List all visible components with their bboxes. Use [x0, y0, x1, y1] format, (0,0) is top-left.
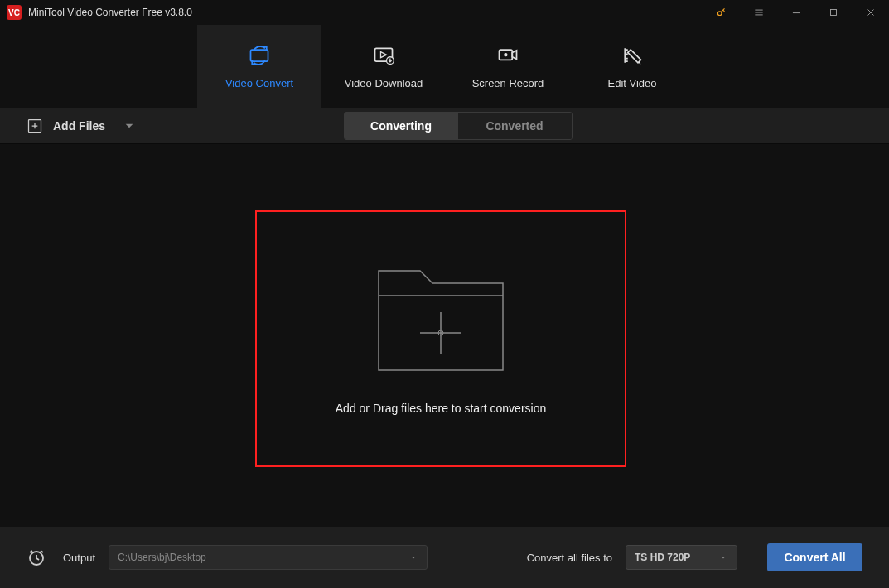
- alarm-icon[interactable]: [27, 547, 46, 567]
- titlebar-right: [703, 0, 889, 25]
- tab-video-download[interactable]: Video Download: [321, 25, 446, 108]
- svg-rect-1: [830, 10, 836, 16]
- maximize-button[interactable]: [814, 0, 852, 25]
- svg-point-6: [504, 52, 507, 55]
- titlebar: VC MiniTool Video Converter Free v3.8.0: [0, 0, 889, 25]
- key-button[interactable]: [703, 0, 740, 25]
- tab-label: Video Convert: [225, 77, 293, 89]
- nav-tabs: Video Convert Video Download Screen Reco…: [0, 25, 889, 108]
- hamburger-icon: [753, 7, 765, 18]
- tab-label: Edit Video: [607, 77, 656, 89]
- add-files-button[interactable]: Add Files: [27, 115, 140, 137]
- close-button[interactable]: [852, 0, 889, 25]
- edit-icon: [621, 44, 644, 67]
- titlebar-left: VC MiniTool Video Converter Free v3.8.0: [7, 5, 192, 20]
- key-icon: [716, 7, 727, 18]
- format-select[interactable]: TS HD 720P: [626, 545, 737, 570]
- drop-zone[interactable]: Add or Drag files here to start conversi…: [255, 210, 626, 467]
- close-icon: [865, 7, 877, 18]
- output-path-value: C:\Users\bj\Desktop: [118, 552, 206, 563]
- sub-tab-converting[interactable]: Converting: [345, 113, 458, 139]
- chevron-down-icon: [718, 552, 728, 562]
- toolbar: Add Files Converting Converted: [0, 108, 889, 144]
- folder-plus-icon: [370, 263, 511, 378]
- svg-point-0: [717, 12, 722, 16]
- convert-icon: [248, 44, 271, 67]
- format-value: TS HD 720P: [635, 552, 690, 563]
- add-file-icon: [27, 118, 43, 134]
- chevron-down-icon[interactable]: [118, 115, 140, 137]
- bottom-bar: Output C:\Users\bj\Desktop Convert all f…: [0, 527, 889, 588]
- sub-tabs: Converting Converted: [344, 112, 573, 140]
- add-files-label: Add Files: [53, 119, 105, 133]
- sub-tab-converted[interactable]: Converted: [458, 113, 572, 139]
- tab-label: Screen Record: [472, 77, 544, 89]
- output-label: Output: [63, 552, 95, 564]
- download-icon: [372, 44, 395, 67]
- tab-label: Video Download: [345, 77, 423, 89]
- maximize-icon: [828, 7, 839, 18]
- tab-video-convert[interactable]: Video Convert: [197, 25, 321, 108]
- output-path-select[interactable]: C:\Users\bj\Desktop: [109, 545, 428, 570]
- record-icon: [496, 44, 519, 67]
- convert-all-button[interactable]: Convert All: [767, 543, 862, 571]
- convert-all-label: Convert all files to: [527, 552, 612, 564]
- svg-rect-2: [251, 50, 268, 61]
- drop-zone-text: Add or Drag files here to start conversi…: [336, 402, 546, 415]
- minimize-icon: [790, 7, 802, 18]
- minimize-button[interactable]: [777, 0, 814, 25]
- menu-button[interactable]: [740, 0, 777, 25]
- app-title: MiniTool Video Converter Free v3.8.0: [28, 7, 192, 18]
- tab-edit-video[interactable]: Edit Video: [570, 25, 694, 108]
- tab-screen-record[interactable]: Screen Record: [446, 25, 570, 108]
- chevron-down-icon: [408, 552, 418, 562]
- main-area: Add or Drag files here to start conversi…: [0, 144, 889, 527]
- app-logo: VC: [7, 5, 22, 20]
